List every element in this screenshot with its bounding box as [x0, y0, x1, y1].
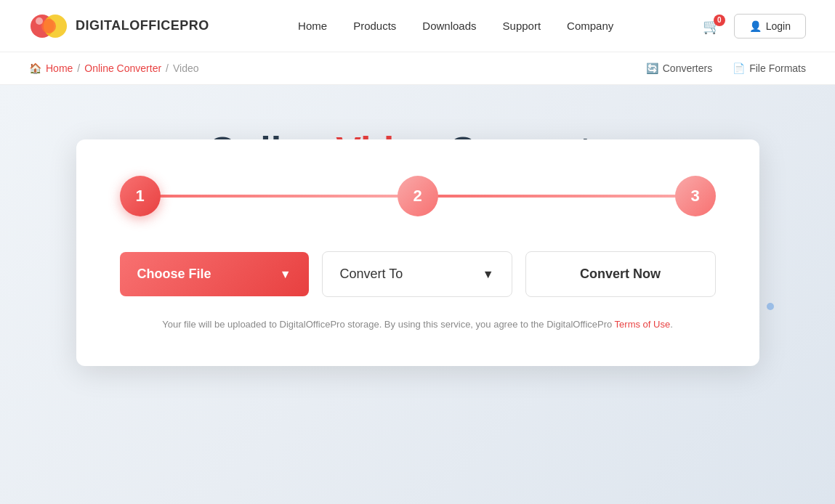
step-1: 1: [120, 176, 161, 216]
chevron-down-icon-2: ▼: [483, 268, 494, 281]
header-right: 🛒 0 👤 Login: [703, 14, 806, 38]
convert-now-button[interactable]: Convert Now: [525, 251, 716, 297]
chevron-down-icon: ▼: [280, 268, 291, 281]
header: DIGITALOFFICEPRO Home Products Downloads…: [0, 0, 835, 52]
cart-button[interactable]: 🛒 0: [703, 17, 721, 35]
nav-support[interactable]: Support: [503, 20, 541, 32]
logo-icon: [29, 7, 68, 46]
nav-downloads[interactable]: Downloads: [422, 20, 476, 32]
file-formats-link[interactable]: 📄 File Formats: [733, 62, 806, 74]
logo-area: DIGITALOFFICEPRO: [29, 7, 209, 46]
breadcrumb-bar: 🏠 Home / Online Converter / Video 🔄 Conv…: [0, 52, 835, 85]
breadcrumb-actions: 🔄 Converters 📄 File Formats: [646, 62, 806, 74]
user-icon: 👤: [749, 20, 762, 32]
converter-card: 1 2 3 Choose File ▼ Convert To ▼ Convert…: [76, 139, 759, 366]
step-line-2: [437, 195, 677, 198]
breadcrumb-home[interactable]: Home: [46, 62, 73, 74]
home-icon: 🏠: [29, 62, 41, 74]
breadcrumb-current: Video: [173, 62, 199, 74]
steps-indicator: 1 2 3: [120, 176, 716, 216]
svg-point-7: [767, 303, 774, 310]
breadcrumb: 🏠 Home / Online Converter / Video: [29, 62, 199, 74]
converters-link[interactable]: 🔄 Converters: [646, 62, 712, 74]
nav-products[interactable]: Products: [353, 20, 396, 32]
hero-section: Online Video Converter Convert your vide…: [0, 85, 835, 504]
svg-point-3: [36, 17, 43, 25]
disclaimer-text: Your file will be uploaded to DigitalOff…: [120, 319, 716, 330]
svg-point-2: [41, 19, 56, 33]
converters-icon: 🔄: [646, 62, 658, 74]
step-3: 3: [675, 176, 716, 216]
logo-text: DIGITALOFFICEPRO: [76, 18, 209, 33]
login-button[interactable]: 👤 Login: [734, 14, 806, 38]
main-nav: Home Products Downloads Support Company: [298, 20, 613, 32]
choose-file-button[interactable]: Choose File ▼: [120, 252, 309, 296]
breadcrumb-sep2: /: [166, 62, 169, 74]
step-2: 2: [398, 176, 438, 216]
terms-of-use-link[interactable]: Terms of Use: [615, 319, 671, 330]
nav-company[interactable]: Company: [567, 20, 613, 32]
cart-badge: 0: [714, 15, 725, 26]
converter-actions: Choose File ▼ Convert To ▼ Convert Now: [120, 251, 716, 297]
convert-to-button[interactable]: Convert To ▼: [322, 251, 512, 297]
step-line-1: [159, 195, 399, 198]
nav-home[interactable]: Home: [298, 20, 327, 32]
file-icon: 📄: [733, 62, 745, 74]
breadcrumb-online-converter[interactable]: Online Converter: [84, 62, 161, 74]
breadcrumb-sep1: /: [77, 62, 80, 74]
